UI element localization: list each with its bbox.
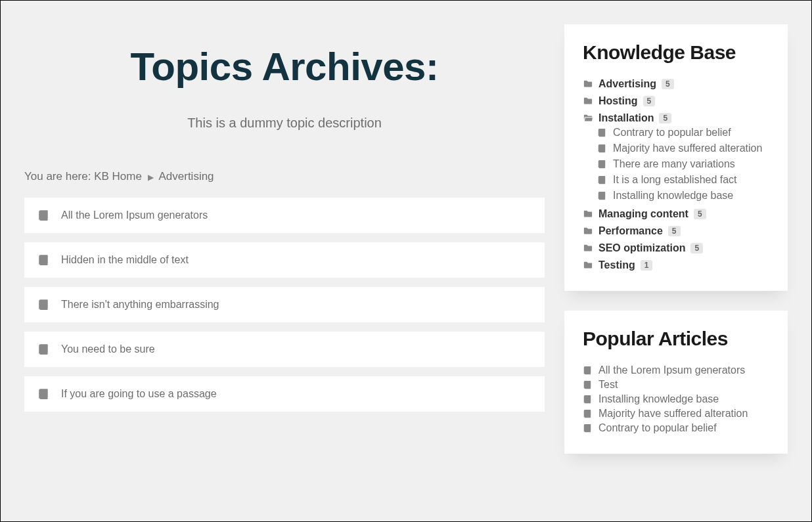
- book-icon: [583, 366, 592, 375]
- caret-right-icon: ▶: [148, 173, 154, 182]
- popular-article-list: All the Lorem Ipsum generatorsTestInstal…: [583, 364, 769, 434]
- folder-icon: [583, 209, 593, 219]
- page-description: This is a dummy topic description: [24, 116, 545, 131]
- kb-category-link[interactable]: SEO optimization: [598, 242, 685, 254]
- popular-article-link[interactable]: Majority have suffered alteration: [598, 408, 748, 420]
- kb-subarticle[interactable]: There are many variations: [597, 158, 769, 170]
- article-title: If you are going to use a passage: [61, 388, 217, 400]
- book-icon: [583, 380, 592, 389]
- popular-article[interactable]: Test: [583, 379, 769, 391]
- article-title: There isn't anything embarrassing: [61, 299, 219, 311]
- kb-category[interactable]: Hosting 5: [583, 95, 769, 107]
- main-content: Topics Archives: This is a dummy topic d…: [24, 24, 545, 498]
- popular-article-link[interactable]: Test: [598, 379, 618, 391]
- count-badge: 5: [668, 226, 681, 236]
- article-item[interactable]: There isn't anything embarrassing: [24, 287, 545, 322]
- breadcrumb-prefix: You are here:: [24, 170, 94, 183]
- kb-subarticle[interactable]: Installing knowledge base: [597, 190, 769, 202]
- folder-icon: [583, 227, 593, 236]
- kb-category-link[interactable]: Installation: [598, 112, 654, 124]
- kb-category[interactable]: Managing content 5: [583, 208, 769, 220]
- popular-article-link[interactable]: All the Lorem Ipsum generators: [598, 364, 745, 376]
- kb-category-link[interactable]: Performance: [598, 225, 663, 237]
- count-badge: 5: [694, 209, 706, 219]
- popular-article-link[interactable]: Installing knowledge base: [598, 393, 719, 405]
- popular-article-link[interactable]: Contrary to popular belief: [598, 422, 717, 434]
- folder-icon: [583, 244, 593, 253]
- kb-category[interactable]: Performance 5: [583, 225, 769, 237]
- article-list: All the Lorem Ipsum generatorsHidden in …: [24, 198, 545, 412]
- book-icon: [597, 144, 606, 153]
- book-icon: [597, 160, 606, 169]
- count-badge: 5: [659, 113, 671, 123]
- kb-category[interactable]: Testing 1: [583, 259, 769, 271]
- folder-icon: [583, 79, 593, 89]
- sidebar: Knowledge Base Advertising 5 Hosting 5 I…: [564, 24, 788, 498]
- folder-icon: [583, 97, 593, 106]
- kb-widget-title: Knowledge Base: [583, 41, 769, 64]
- count-badge: 5: [662, 79, 674, 89]
- book-icon: [597, 128, 606, 137]
- count-badge: 1: [641, 260, 653, 271]
- kb-subarticle[interactable]: Contrary to popular belief: [597, 127, 769, 139]
- count-badge: 5: [643, 96, 656, 106]
- popular-article[interactable]: Majority have suffered alteration: [583, 408, 769, 420]
- book-icon: [37, 388, 49, 400]
- breadcrumb-home-link[interactable]: KB Home: [94, 170, 142, 183]
- book-icon: [583, 409, 592, 418]
- kb-subarticle-list: Contrary to popular beliefMajority have …: [583, 127, 769, 202]
- kb-subarticle[interactable]: Majority have suffered alteration: [597, 142, 769, 154]
- kb-category[interactable]: Installation 5: [583, 112, 769, 124]
- book-icon: [597, 175, 606, 185]
- kb-subarticle-link[interactable]: It is a long established fact: [613, 174, 737, 186]
- book-icon: [583, 424, 592, 433]
- kb-category-list: Advertising 5 Hosting 5 Installation 5 C…: [583, 78, 769, 271]
- kb-widget: Knowledge Base Advertising 5 Hosting 5 I…: [564, 24, 788, 291]
- kb-category[interactable]: Advertising 5: [583, 78, 769, 90]
- breadcrumb-current: Advertising: [158, 170, 214, 183]
- page-title: Topics Archives:: [24, 44, 545, 89]
- folder-open-icon: [583, 114, 593, 123]
- article-item[interactable]: You need to be sure: [24, 332, 545, 367]
- breadcrumb: You are here: KB Home ▶ Advertising: [24, 170, 545, 183]
- count-badge: 5: [690, 243, 703, 253]
- popular-widget: Popular Articles All the Lorem Ipsum gen…: [564, 311, 788, 454]
- kb-category-link[interactable]: Testing: [598, 259, 635, 271]
- popular-article[interactable]: Contrary to popular belief: [583, 422, 769, 434]
- book-icon: [37, 343, 49, 355]
- article-item[interactable]: Hidden in the middle of text: [24, 242, 545, 278]
- article-item[interactable]: If you are going to use a passage: [24, 376, 545, 412]
- kb-subarticle-link[interactable]: Installing knowledge base: [613, 190, 733, 202]
- kb-subarticle-link[interactable]: Contrary to popular belief: [613, 127, 731, 139]
- kb-subarticle-link[interactable]: Majority have suffered alteration: [613, 142, 762, 154]
- article-title: All the Lorem Ipsum generators: [61, 209, 208, 221]
- kb-category[interactable]: SEO optimization 5: [583, 242, 769, 254]
- book-icon: [597, 191, 606, 200]
- article-item[interactable]: All the Lorem Ipsum generators: [24, 198, 545, 233]
- article-title: You need to be sure: [61, 343, 155, 355]
- kb-subarticle[interactable]: It is a long established fact: [597, 174, 769, 186]
- folder-icon: [583, 261, 593, 270]
- popular-article[interactable]: Installing knowledge base: [583, 393, 769, 405]
- book-icon: [37, 209, 49, 221]
- popular-widget-title: Popular Articles: [583, 328, 769, 350]
- book-icon: [37, 299, 49, 311]
- kb-subarticle-link[interactable]: There are many variations: [613, 158, 735, 170]
- kb-category-link[interactable]: Advertising: [598, 78, 656, 90]
- kb-category-link[interactable]: Hosting: [598, 95, 638, 107]
- book-icon: [37, 254, 49, 266]
- book-icon: [583, 395, 592, 404]
- kb-category-link[interactable]: Managing content: [598, 208, 688, 220]
- article-title: Hidden in the middle of text: [61, 254, 189, 266]
- popular-article[interactable]: All the Lorem Ipsum generators: [583, 364, 769, 376]
